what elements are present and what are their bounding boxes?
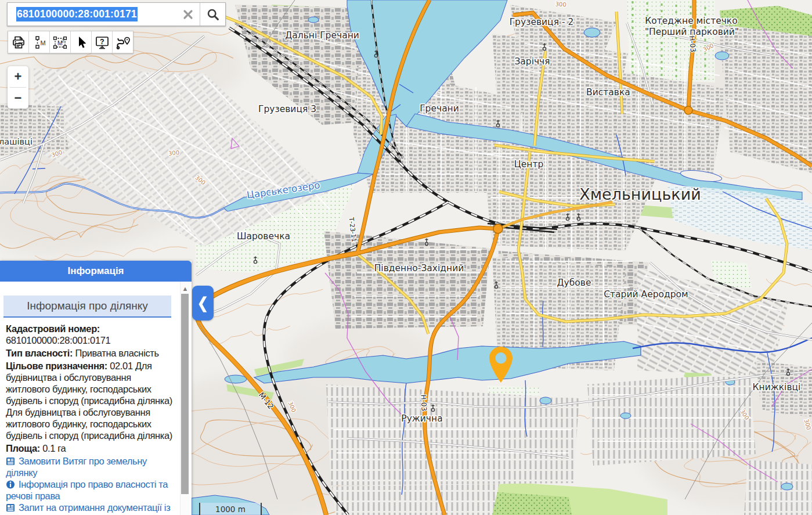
map-label: Південно-Західний <box>374 263 464 273</box>
measure-distance-icon: M <box>32 35 47 50</box>
zoom-control: + − <box>8 66 28 109</box>
map-label: Хмельницький <box>579 185 701 203</box>
zoom-in-button[interactable]: + <box>8 66 28 87</box>
map-label: Дальні Гречани <box>285 30 359 41</box>
map-label: Н-03 <box>688 35 697 53</box>
parcel-fields: Кадастровий номер:6810100000:28:001:0171… <box>6 323 175 454</box>
search-input[interactable]: 6810100000:28:001:0171 <box>8 3 176 26</box>
map-label: лашівці <box>0 137 33 146</box>
map-label: Котеджне містечко <box>645 16 737 26</box>
measure-distance-button[interactable]: M <box>29 31 50 53</box>
parcel-field: Кадастровий номер:6810100000:28:001:0171 <box>6 323 175 346</box>
svg-text:2: 2 <box>62 38 64 43</box>
map-label: 300 <box>555 1 566 8</box>
clear-search-button[interactable] <box>176 3 200 26</box>
measure-area-icon: M 2 <box>52 35 68 50</box>
scrollbar-thumb[interactable] <box>181 294 189 494</box>
cursor-icon <box>74 35 88 50</box>
map-label: Заріччя <box>514 56 550 67</box>
map-label: Книжківці <box>753 382 801 392</box>
printer-icon <box>11 35 26 50</box>
map-label: 300 <box>168 149 180 157</box>
help-button[interactable]: ? <box>92 31 113 53</box>
parcel-link[interactable]: Запит на отримання документації із земле… <box>6 502 175 515</box>
map-label: Старий Аеродром <box>604 289 688 300</box>
help-monitor-icon: ? <box>94 35 110 50</box>
svg-text:M: M <box>40 39 45 46</box>
parcel-link[interactable]: Інформація про право власності та речові… <box>6 478 175 502</box>
map-label: Центр <box>514 159 544 170</box>
parcel-field: Цільове призначення: 02.01 Для будівницт… <box>6 360 175 441</box>
search-bar: 6810100000:28:001:0171 <box>7 2 226 26</box>
panel-scrollbar[interactable]: ▲ <box>180 282 190 515</box>
map-label: Шаровечка <box>237 231 290 242</box>
map-label: Ружична <box>401 413 442 424</box>
parcel-info-title: Інформація про ділянку <box>3 296 171 318</box>
map-label: Грузевиця - 2 <box>510 17 574 27</box>
scale-label: 1000 m <box>215 505 246 514</box>
info-panel-header[interactable]: Інформація <box>0 261 192 282</box>
map-label: Дубове <box>557 278 591 288</box>
print-button[interactable] <box>8 31 29 53</box>
map-label: Н-03 <box>419 394 428 411</box>
map-application: Дальні ГречаниГрузевиця 3ГречаниЗаріччяГ… <box>0 0 812 515</box>
search-input-selected-text: 6810100000:28:001:0171 <box>16 7 138 21</box>
panel-collapse-button[interactable]: ❮ <box>192 286 214 320</box>
search-icon <box>207 8 219 21</box>
info-circle-icon <box>6 480 15 489</box>
parcel-link[interactable]: Замовити Витяг про земельну ділянку <box>6 455 175 478</box>
map-toolbar: M M 2 ? <box>8 31 133 53</box>
select-cursor-button[interactable] <box>71 31 92 53</box>
map-scale-bar: 1000 m <box>199 503 262 515</box>
info-panel: Інформація Інформація про ділянку Кадаст… <box>0 261 192 515</box>
parcel-field: Площа: 0.1 га <box>6 442 175 454</box>
route-icon <box>115 35 131 50</box>
zoom-out-button[interactable]: − <box>8 88 28 109</box>
info-panel-header-label: Інформація <box>67 265 124 277</box>
scrollbar-up-arrow[interactable]: ▲ <box>182 285 189 292</box>
svg-text:?: ? <box>100 37 104 45</box>
document-list-icon <box>6 457 15 466</box>
map-label: Гречани <box>420 103 459 114</box>
map-label: Грузевиця 3 <box>258 104 316 114</box>
chevron-left-icon: ❮ <box>197 294 208 312</box>
search-button[interactable] <box>200 3 225 26</box>
info-panel-body: Інформація про ділянку Кадастровий номер… <box>0 282 181 515</box>
map-label: Виставка <box>586 87 630 98</box>
close-icon <box>183 9 193 20</box>
document-list-icon <box>6 503 15 512</box>
parcel-field: Тип власності: Приватна власність <box>6 347 175 359</box>
parcel-links: Замовити Витяг про земельну ділянкуІнфор… <box>6 455 175 515</box>
measure-area-button[interactable]: M 2 <box>50 31 71 53</box>
route-button[interactable] <box>113 31 133 53</box>
